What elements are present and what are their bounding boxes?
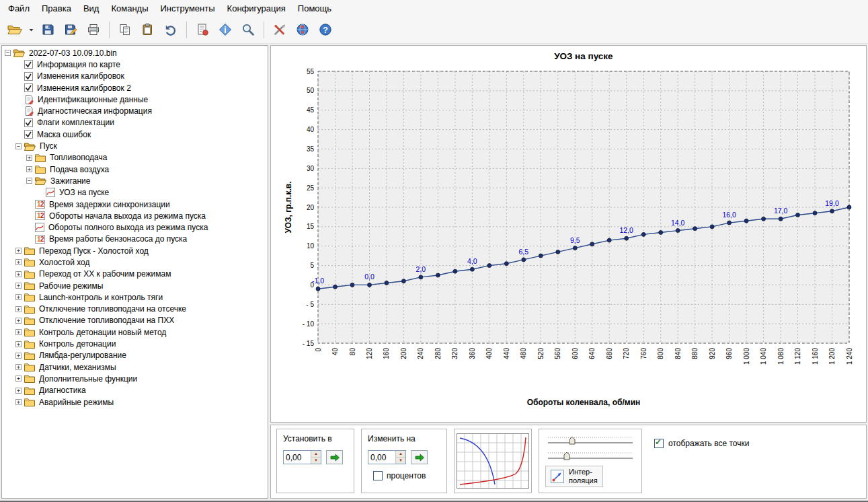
tree-item[interactable]: +Топливоподача [2,152,268,164]
copy-button[interactable] [114,19,136,40]
tree-item-label: Изменения калибровок [36,71,126,81]
tree-item[interactable]: Информация по карте [2,59,268,70]
set-value-spin-down[interactable]: ▼ [311,458,321,464]
menu-item[interactable]: Вид [77,1,106,16]
svg-text:5: 5 [310,262,314,269]
tree-item[interactable]: +Переход от ХХ к рабочим режимам [2,268,268,280]
apply-set-button[interactable] [326,450,343,464]
undo-button[interactable] [160,19,182,40]
tree-item[interactable]: −Зажигание [2,175,268,186]
open-button[interactable] [4,19,26,40]
svg-text:2: 2 [40,201,44,208]
save-button[interactable] [37,19,58,40]
svg-text:45: 45 [307,106,315,114]
tree-expander[interactable]: + [15,283,22,289]
menu-item[interactable]: Правка [36,1,77,16]
tree-item[interactable]: Диагностическая информация [2,105,268,116]
tree-item[interactable]: Идентификационные данные [2,94,268,105]
folder-icon [24,340,35,349]
tree-item[interactable]: +Контроль детонации [2,338,268,349]
tree-item[interactable]: 12Время работы бензонасоса до пуска [2,234,268,245]
tree-expander[interactable]: + [26,166,32,172]
tree-item[interactable]: +Отключение топливоподачи на отсечке [2,303,268,315]
tree-item[interactable]: +Launch-контроль и контроль тяги [2,291,268,303]
info-button[interactable] [214,19,236,40]
paste-button[interactable] [137,19,159,40]
help-button[interactable]: ? [315,19,336,40]
tree-item[interactable]: +Рабочие режимы [2,280,268,291]
tree-expander[interactable]: + [15,259,22,265]
interpolation-button[interactable]: Интер- поляция [545,466,603,487]
menu-item[interactable]: Команды [105,1,154,16]
tree-item[interactable]: +Переход Пуск - Холостой ход [2,245,268,256]
tree-item[interactable]: +Дополнительные функции [2,373,268,384]
apply-change-button[interactable] [411,450,428,464]
tree-item[interactable]: УОЗ на пуске [2,187,268,199]
tree-expander[interactable]: + [15,375,22,382]
tree-expander[interactable]: + [15,271,22,277]
folder-icon [24,363,35,371]
tree-item[interactable]: +Отключение топливоподачи на ПХХ [2,315,268,326]
tree-expander[interactable]: + [15,353,22,359]
tree-item-label: Дополнительные функции [38,374,139,384]
tree-item[interactable]: +Лямбда-регулирование [2,350,268,361]
tree-item[interactable]: +Диагностика [2,385,268,396]
change-value-spin-up[interactable]: ▲ [396,451,405,458]
tree-item[interactable]: +Подача воздуха [2,164,268,175]
tree-item[interactable]: Обороты полного выхода из режима пуска [2,221,268,233]
tree-item[interactable]: −Пуск [2,140,268,151]
settings-button[interactable] [269,19,290,40]
tree-expander[interactable]: − [26,178,32,184]
tree-item[interactable]: 12Обороты начала выхода из режима пуска [2,210,268,221]
svg-text:55: 55 [307,68,315,75]
tree-item[interactable]: Изменения калибровок 2 [2,82,268,94]
tree-expander[interactable]: + [15,329,22,335]
tree-item[interactable]: 12Время задержки синхронизации [2,199,268,210]
tree-expander[interactable]: + [26,155,32,161]
tree-expander[interactable]: + [15,318,22,324]
tree-expander-cell: + [14,399,23,405]
open-dropdown-button[interactable] [27,19,36,40]
interpolation-slider-2[interactable] [545,448,635,463]
set-value-input[interactable] [284,451,311,464]
menu-item[interactable]: Конфигурация [221,1,292,16]
change-value-input[interactable] [368,451,395,464]
controls-panel: Установить в ▲ ▼ [270,425,867,499]
tree-item[interactable]: −2022-07-03 10.09.10.bin [2,47,268,59]
tree-item[interactable]: Маска ошибок [2,129,268,140]
interpolation-slider-1[interactable] [545,433,635,447]
tree-expander[interactable]: + [15,364,22,370]
tree-item[interactable]: +Аварийные режимы [2,396,268,408]
save-as-button[interactable] [60,19,81,40]
svg-text:17,0: 17,0 [774,207,788,215]
tree-item[interactable]: Флаги комплектации [2,117,268,129]
uoz-start-chart[interactable]: 0408012016020024028032036040044048052056… [271,46,865,423]
tree-item-label: Рабочие режимы [38,281,104,291]
svg-text:20: 20 [307,204,315,211]
tree-expander[interactable]: − [5,50,11,56]
change-value-spin-down[interactable]: ▼ [396,458,405,464]
tree-expander[interactable]: + [15,341,22,347]
set-value-spin-up[interactable]: ▲ [311,451,321,458]
tree-item[interactable]: Изменения калибровок [2,71,268,82]
menu-item[interactable]: Инструменты [155,1,221,16]
tree-item[interactable]: +Контроль детонации новый метод [2,326,268,338]
show-all-points-checkbox[interactable] [654,439,664,448]
menu-item[interactable]: Помощь [292,1,338,16]
percent-checkbox[interactable] [373,471,383,480]
tree-expander[interactable]: + [15,306,22,312]
tree-expander[interactable]: + [15,294,22,300]
report-button[interactable] [192,19,213,40]
tree-expander[interactable]: − [15,143,22,149]
connection-button[interactable] [292,19,313,40]
search-button[interactable] [237,19,259,40]
tree-item[interactable]: +Холостой ход [2,256,268,268]
tree-expander[interactable]: + [15,248,22,254]
print-button[interactable] [83,19,104,40]
tree-item[interactable]: +Датчики, механизмы [2,361,268,373]
menu-item[interactable]: Файл [2,1,36,16]
percent-checkbox-label: процентов [387,471,426,480]
tree-expander-cell: + [14,388,23,394]
tree-expander[interactable]: + [15,388,22,394]
tree-expander[interactable]: + [15,399,22,405]
